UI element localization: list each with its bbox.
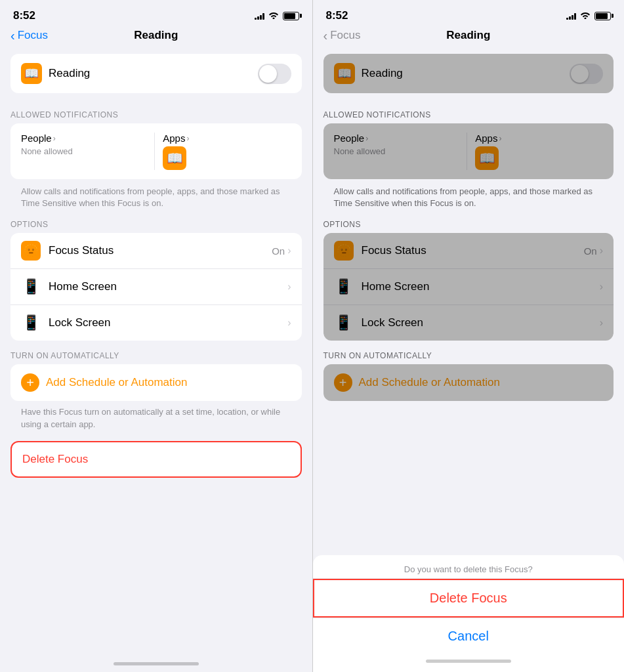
focus-status-value-right: On <box>584 245 597 257</box>
home-screen-item-right: 📱 Home Screen › <box>323 269 614 305</box>
notifications-cards: People › None allowed Apps › 📖 <box>10 123 302 179</box>
auto-description: Have this Focus turn on automatically at… <box>10 401 302 430</box>
cancel-button[interactable]: Cancel <box>313 618 625 654</box>
lock-screen-label: Lock Screen <box>49 316 287 329</box>
lock-screen-icon: 📱 <box>21 313 41 333</box>
apps-book-icon: 📖 <box>163 146 186 170</box>
battery-icon <box>283 12 299 20</box>
lock-screen-label-right: Lock Screen <box>362 316 600 329</box>
people-title-right: People <box>334 133 365 144</box>
home-screen-icon-right: 📱 <box>334 277 354 297</box>
signal-icon <box>255 12 264 20</box>
options-list-right: 🫥 Focus Status On › 📱 Home Screen › 📱 Lo… <box>323 233 614 341</box>
wifi-icon <box>268 11 279 21</box>
reading-label: Reading <box>49 67 90 80</box>
focus-status-icon: 🫥 <box>21 241 41 261</box>
allowed-notifications-header-right: ALLOWED NOTIFICATIONS <box>313 100 625 123</box>
home-screen-chevron: › <box>287 281 291 293</box>
home-screen-item[interactable]: 📱 Home Screen › <box>10 269 302 305</box>
people-chevron: › <box>53 134 56 143</box>
content-left: 📖 Reading ALLOWED NOTIFICATIONS People ›… <box>0 47 312 657</box>
notifications-description: Allow calls and notifications from peopl… <box>10 179 302 209</box>
focus-status-chevron-right: › <box>600 245 603 257</box>
back-arrow-icon-right: ‹ <box>323 29 328 42</box>
allowed-notifications-header: ALLOWED NOTIFICATIONS <box>0 100 312 123</box>
reading-toggle-section: 📖 Reading <box>10 54 302 93</box>
notifications-description-right: Allow calls and notifications from peopl… <box>323 179 614 209</box>
apps-card[interactable]: Apps › 📖 <box>160 133 291 170</box>
add-schedule-section[interactable]: + Add Schedule or Automation <box>10 364 302 401</box>
turn-on-auto-header-right: TURN ON AUTOMATICALLY <box>313 341 625 364</box>
back-arrow-icon: ‹ <box>10 29 15 42</box>
signal-icon-right <box>566 12 576 20</box>
lock-screen-item[interactable]: 📱 Lock Screen › <box>10 305 302 341</box>
home-screen-label: Home Screen <box>49 280 287 293</box>
focus-status-label: Focus Status <box>49 244 272 257</box>
reading-toggle-section-right: 📖 Reading <box>323 54 614 93</box>
apps-chevron: › <box>186 134 189 143</box>
add-schedule-label: Add Schedule or Automation <box>46 376 187 389</box>
people-sub: None allowed <box>21 146 146 156</box>
action-sheet: Do you want to delete this Focus? Delete… <box>313 555 625 672</box>
delete-focus-button[interactable]: Delete Focus <box>10 441 302 478</box>
home-indicator-right <box>426 660 511 663</box>
people-sub-right: None allowed <box>334 146 459 156</box>
reading-toggle-right <box>570 64 603 84</box>
action-sheet-question: Do you want to delete this Focus? <box>313 555 625 579</box>
page-title-left: Reading <box>134 29 178 42</box>
focus-status-item-right: 🫥 Focus Status On › <box>323 233 614 269</box>
status-icons-right <box>566 11 611 21</box>
lock-screen-icon-right: 📱 <box>334 313 354 333</box>
home-indicator-left <box>114 662 199 665</box>
turn-on-auto-header: TURN ON AUTOMATICALLY <box>0 341 312 364</box>
home-screen-chevron-right: › <box>600 281 603 293</box>
status-bar-left: 8:52 <box>0 0 312 26</box>
back-button-right: ‹ Focus <box>323 29 361 42</box>
lock-screen-chevron: › <box>287 317 291 329</box>
reading-icon-right: 📖 <box>334 63 355 84</box>
apps-title-right: Apps <box>475 133 497 144</box>
home-screen-label-right: Home Screen <box>362 280 600 293</box>
status-icons-left <box>255 11 299 21</box>
right-panel: 8:52 ‹ Focus Reading � <box>312 0 625 672</box>
add-schedule-icon-right: + <box>334 373 352 392</box>
back-label-right: Focus <box>330 29 360 42</box>
focus-status-value: On <box>272 245 285 257</box>
focus-status-item[interactable]: 🫥 Focus Status On › <box>10 233 302 269</box>
back-label-left: Focus <box>18 29 48 42</box>
page-title-right: Reading <box>446 29 490 42</box>
home-screen-icon: 📱 <box>21 277 41 297</box>
reading-icon: 📖 <box>21 63 42 84</box>
reading-label-right: Reading <box>362 67 403 80</box>
delete-focus-confirm-button[interactable]: Delete Focus <box>313 579 625 618</box>
add-schedule-icon: + <box>21 373 39 392</box>
options-list: 🫥 Focus Status On › 📱 Home Screen › 📱 Lo… <box>10 233 302 341</box>
lock-screen-item-right: 📱 Lock Screen › <box>323 305 614 341</box>
people-title: People <box>21 133 52 144</box>
notifications-cards-right: People › None allowed Apps › 📖 <box>323 123 614 179</box>
add-schedule-section-right: + Add Schedule or Automation <box>323 364 614 401</box>
status-bar-right: 8:52 <box>313 0 625 26</box>
people-card[interactable]: People › None allowed <box>21 133 155 170</box>
left-panel: 8:52 ‹ Focus Reading � <box>0 0 312 672</box>
battery-icon-right <box>594 12 611 20</box>
options-header-right: OPTIONS <box>313 209 625 233</box>
lock-screen-chevron-right: › <box>600 317 603 329</box>
apps-card-right: Apps › 📖 <box>472 133 603 170</box>
nav-bar-right: ‹ Focus Reading <box>313 26 625 47</box>
delete-focus-label: Delete Focus <box>22 453 88 465</box>
people-card-right: People › None allowed <box>334 133 468 170</box>
add-schedule-label-right: Add Schedule or Automation <box>359 376 500 389</box>
apps-book-icon-right: 📖 <box>475 146 499 170</box>
focus-status-icon-right: 🫥 <box>334 241 354 261</box>
focus-status-chevron: › <box>287 245 291 257</box>
apps-title: Apps <box>163 133 185 144</box>
options-header: OPTIONS <box>0 209 312 233</box>
status-time-left: 8:52 <box>13 9 35 22</box>
wifi-icon-right <box>580 11 591 21</box>
status-time-right: 8:52 <box>326 9 348 22</box>
focus-status-label-right: Focus Status <box>362 244 584 257</box>
reading-toggle-switch[interactable] <box>258 64 291 84</box>
action-sheet-overlay: Do you want to delete this Focus? Delete… <box>313 555 625 672</box>
back-button-left[interactable]: ‹ Focus <box>10 29 48 42</box>
